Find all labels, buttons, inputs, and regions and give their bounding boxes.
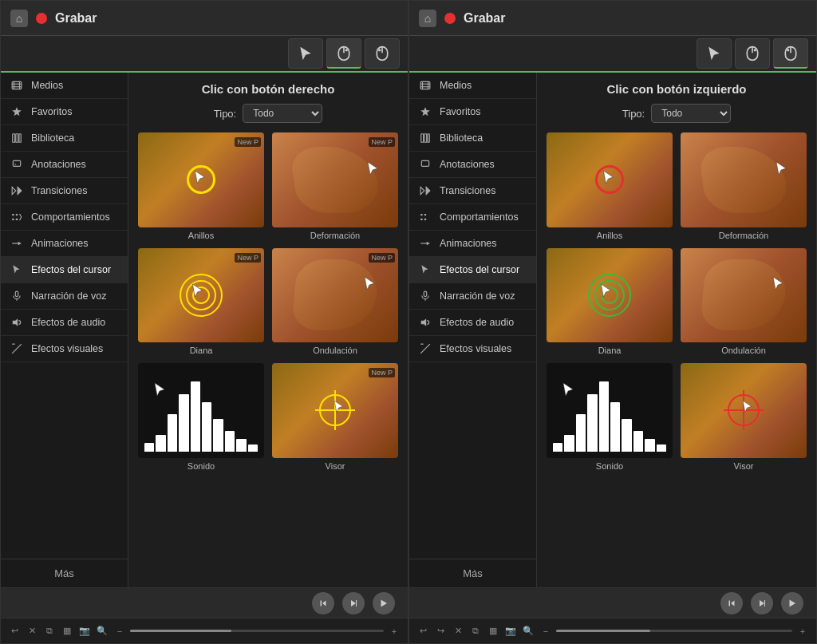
right-sidebar-animaciones[interactable]: Animaciones <box>409 231 536 257</box>
right-ts-search[interactable]: 🔍 <box>521 624 535 638</box>
left-effect-sonido[interactable]: Sonido <box>138 363 264 471</box>
right-thumb-anillos <box>547 132 673 227</box>
left-ondulacion-badge: New P <box>369 253 395 263</box>
right-step-btn[interactable] <box>751 592 773 614</box>
left-effect-ondulacion[interactable]: New P Ondulación <box>272 248 398 356</box>
right-ts-camera[interactable]: 📷 <box>503 624 518 638</box>
left-tab-cursor[interactable] <box>288 38 323 69</box>
right-sidebar-efectos-cursor[interactable]: Efectos del cursor <box>409 257 536 283</box>
left-effect-anillos[interactable]: New P Anillos <box>138 132 264 240</box>
left-ts-undo[interactable]: ↩ <box>7 624 22 638</box>
right-sidebar-transiciones[interactable]: Transiciones <box>409 178 536 204</box>
left-play-btn[interactable] <box>373 592 395 614</box>
left-thumb-diana: New P <box>138 248 264 343</box>
left-ts-group[interactable]: ▦ <box>60 624 74 638</box>
sidebar-item-transiciones[interactable]: Transiciones <box>1 178 128 204</box>
right-star-icon <box>419 105 432 118</box>
right-effect-sonido[interactable]: Sonido <box>547 363 673 471</box>
right-ts-redo[interactable]: ↪ <box>433 624 448 638</box>
svg-rect-12 <box>13 134 15 143</box>
right-ts-minus[interactable]: − <box>539 624 553 638</box>
right-effect-deformacion[interactable]: Deformación <box>681 132 807 240</box>
left-ts-camera[interactable]: 📷 <box>77 624 92 638</box>
left-effect-visor[interactable]: New P Visor <box>272 363 398 471</box>
right-filter-row: Tipo: Todo <box>547 104 807 123</box>
left-ts-close[interactable]: ✕ <box>25 624 39 638</box>
sidebar-item-anotaciones[interactable]: a Anotaciones <box>1 152 128 178</box>
sidebar-label-transiciones: Transiciones <box>31 185 87 196</box>
right-sidebar: Medios Favoritos Biblioteca <box>409 73 537 587</box>
sidebar-item-efectos-cursor[interactable]: Efectos del cursor <box>1 257 128 283</box>
left-home-icon[interactable]: ⌂ <box>10 10 28 27</box>
right-tab-left-click[interactable] <box>773 38 808 69</box>
left-ts-slider[interactable] <box>130 630 384 632</box>
left-filter-select[interactable]: Todo <box>243 104 322 123</box>
left-ts-minus[interactable]: − <box>112 624 127 638</box>
left-ts-copy[interactable]: ⧉ <box>42 624 57 638</box>
right-tab-right-click[interactable] <box>735 38 770 69</box>
right-sidebar-biblioteca[interactable]: Biblioteca <box>409 125 536 152</box>
svg-rect-57 <box>420 219 422 220</box>
sidebar-item-medios[interactable]: Medios <box>1 73 128 99</box>
right-sidebar-comportamientos[interactable]: Comportamientos <box>409 204 536 231</box>
left-ts-search[interactable]: 🔍 <box>95 624 109 638</box>
sidebar-label-favoritos: Favoritos <box>31 106 72 117</box>
right-effect-anillos[interactable]: Anillos <box>547 132 673 240</box>
sidebar-item-comportamientos[interactable]: Comportamientos <box>1 204 128 231</box>
right-sidebar-medios[interactable]: Medios <box>409 73 536 99</box>
right-animations-icon <box>419 237 432 250</box>
right-ts-close[interactable]: ✕ <box>451 624 465 638</box>
right-header: ⌂ Grabar <box>409 1 816 36</box>
left-visor-badge: New P <box>369 368 395 377</box>
sidebar-item-favoritos[interactable]: Favoritos <box>1 99 128 125</box>
svg-rect-61 <box>424 291 427 296</box>
right-sidebar-efectos-visuales[interactable]: Efectos visuales <box>409 336 536 362</box>
sidebar-item-narracion[interactable]: Narración de voz <box>1 283 128 310</box>
right-ts-plus[interactable]: + <box>795 624 810 638</box>
left-tab-left-click[interactable] <box>365 38 400 69</box>
right-effect-ondulacion[interactable]: Ondulación <box>681 248 807 356</box>
right-sidebar-narracion[interactable]: Narración de voz <box>409 283 536 310</box>
left-diana-label: Diana <box>190 346 213 355</box>
svg-rect-10 <box>12 86 22 87</box>
right-effect-visor[interactable]: Visor <box>681 363 807 471</box>
svg-marker-63 <box>421 318 426 326</box>
right-ts-undo[interactable]: ↩ <box>416 624 430 638</box>
right-ts-copy[interactable]: ⧉ <box>468 624 483 638</box>
left-visor-label: Visor <box>326 461 345 471</box>
visual-icon <box>10 342 23 355</box>
left-rewind-btn[interactable] <box>312 592 334 614</box>
right-sidebar-favoritos[interactable]: Favoritos <box>409 99 536 125</box>
left-tab-right-click[interactable] <box>326 38 361 69</box>
right-rewind-btn[interactable] <box>720 592 743 614</box>
right-tab-cursor[interactable] <box>697 38 732 69</box>
right-ts-slider[interactable] <box>556 630 792 632</box>
right-books-icon <box>419 132 432 144</box>
svg-rect-46 <box>420 84 430 85</box>
sidebar-item-efectos-visuales[interactable]: Efectos visuales <box>1 336 128 362</box>
svg-rect-56 <box>424 214 426 215</box>
left-deformacion-label: Deformación <box>310 231 360 240</box>
svg-rect-21 <box>12 219 14 220</box>
right-home-icon[interactable]: ⌂ <box>419 10 436 27</box>
left-effect-deformacion[interactable]: New P Deformación <box>272 132 398 240</box>
right-play-btn[interactable] <box>781 592 803 614</box>
sidebar-more-right[interactable]: Más <box>409 559 536 587</box>
left-thumb-visor: New P <box>272 363 398 458</box>
left-effect-diana[interactable]: New P Diana <box>138 248 264 356</box>
sidebar-more-left[interactable]: Más <box>1 559 128 587</box>
right-panel: ⌂ Grabar Me <box>408 0 817 644</box>
sidebar-item-biblioteca[interactable]: Biblioteca <box>1 125 128 152</box>
sidebar-item-animaciones[interactable]: Animaciones <box>1 231 128 257</box>
right-ts-group[interactable]: ▦ <box>486 624 500 638</box>
right-thumb-deformacion <box>681 132 807 227</box>
right-effect-diana[interactable]: Diana <box>547 248 673 356</box>
left-step-btn[interactable] <box>342 592 365 614</box>
right-sidebar-efectos-audio[interactable]: Efectos de audio <box>409 310 536 336</box>
left-content-area: Clic con botón derecho Tipo: Todo <box>128 73 408 587</box>
right-sidebar-anotaciones[interactable]: Anotaciones <box>409 152 536 178</box>
left-ts-plus[interactable]: + <box>387 624 401 638</box>
right-filter-select[interactable]: Todo <box>651 104 731 123</box>
svg-marker-70 <box>790 599 796 606</box>
sidebar-item-efectos-audio[interactable]: Efectos de audio <box>1 310 128 336</box>
